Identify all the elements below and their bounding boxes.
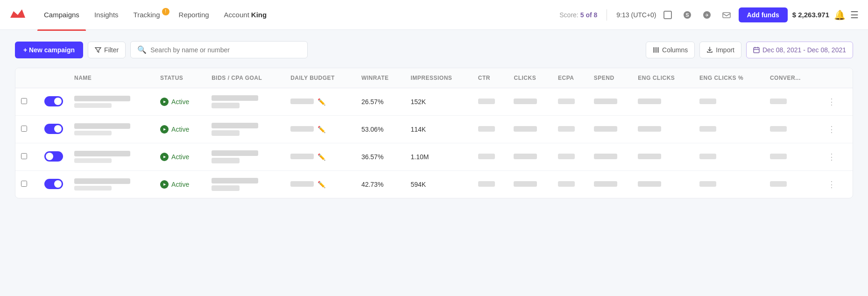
row-checkbox-cell[interactable] [15,171,39,198]
edit-budget-icon[interactable]: ✏️ [318,153,325,161]
nav-item-account[interactable]: Account King [218,7,274,22]
col-header-name: NAME [69,68,155,88]
row-status-cell: Active [155,143,206,171]
columns-icon [653,47,659,53]
status-label: Active [171,98,189,106]
score-value: 5 of 8 [580,11,598,19]
col-header-eng-clicks-pct: ENG CLICKS % [694,68,764,88]
row-bids-cell [206,116,285,143]
table-header-row: NAME STATUS BIDS / CPA GOAL DAILY BUDGET… [15,68,853,88]
divider-1 [607,9,607,21]
row-impressions-cell: 1.10M [405,143,472,171]
row-toggle[interactable] [44,124,63,134]
edit-budget-icon[interactable]: ✏️ [318,181,325,188]
row-checkbox-cell[interactable] [15,143,39,171]
search-icon: 🔍 [137,45,147,54]
col-header-bids: BIDS / CPA GOAL [206,68,285,88]
account-name: King [251,11,267,19]
col-header-ctr: CTR [473,68,508,88]
row-bids-cell [206,88,285,116]
status-active-icon [160,153,169,161]
time-display: 9:13 (UTC+0) [616,11,656,19]
svg-rect-0 [664,11,671,19]
edit-budget-icon[interactable]: ✏️ [318,126,325,133]
row-bids-cell [206,143,285,171]
add-funds-button[interactable]: Add funds [739,7,788,22]
skype-icon-btn[interactable]: S [680,7,695,22]
columns-button[interactable]: Columns [646,42,695,58]
row-eng-clicks-pct-cell [694,143,764,171]
nav-item-campaigns[interactable]: Campaigns [37,7,86,22]
row-spend-cell [588,116,633,143]
row-more-cell[interactable]: ⋮ [818,88,853,116]
row-name-cell [69,171,155,198]
row-status-cell: Active [155,88,206,116]
import-button[interactable]: Import [699,42,741,58]
row-checkbox[interactable] [21,181,27,187]
col-header-checkbox [15,68,39,88]
toolbar-right: Columns Import Dec 08, 2021 - Dec 08, 20… [646,42,853,58]
row-toggle[interactable] [44,179,63,189]
row-toggle-cell[interactable] [39,88,69,116]
table-row: Active ✏️ 26.57% 152K [15,88,853,116]
nav-item-reporting[interactable]: Reporting [172,7,216,22]
header: Campaigns Insights Tracking ! Reporting … [0,0,868,30]
row-toggle-cell[interactable] [39,116,69,143]
row-checkbox[interactable] [21,153,27,159]
new-campaign-button[interactable]: + New campaign [15,42,83,58]
header-right: S ✈ Add funds $ 2,263.971 🔔 ☰ [660,7,859,22]
logo[interactable] [9,7,34,22]
row-eng-clicks-pct-cell [694,171,764,198]
telegram-icon-btn[interactable]: ✈ [699,7,714,22]
col-header-impressions: IMPRESSIONS [405,68,472,88]
search-input[interactable] [150,46,301,54]
row-checkbox-cell[interactable] [15,116,39,143]
score-info: Score: 5 of 8 [559,11,597,19]
row-more-button[interactable]: ⋮ [824,177,847,191]
nav-item-tracking[interactable]: Tracking ! [127,7,170,22]
nav-item-insights[interactable]: Insights [88,7,125,22]
row-spend-cell [588,88,633,116]
filter-button[interactable]: Filter [88,42,126,58]
row-toggle[interactable] [44,151,63,162]
row-more-cell[interactable]: ⋮ [818,171,853,198]
row-impressions-cell: 114K [405,116,472,143]
table-row: Active ✏️ 42.73% 594K [15,171,853,198]
row-eng-clicks-pct-cell [694,88,764,116]
nav: Campaigns Insights Tracking ! Reporting … [37,7,550,22]
row-impressions-cell: 594K [405,171,472,198]
row-ctr-cell [473,116,508,143]
row-more-cell[interactable]: ⋮ [818,116,853,143]
row-toggle[interactable] [44,96,63,106]
row-conver-cell [764,88,818,116]
status-label: Active [171,126,189,133]
hamburger-menu-icon[interactable]: ☰ [850,9,859,21]
col-header-status: STATUS [155,68,206,88]
status-active-icon [160,180,169,189]
row-more-button[interactable]: ⋮ [824,150,847,164]
row-more-button[interactable]: ⋮ [824,122,847,136]
date-range-button[interactable]: Dec 08, 2021 - Dec 08, 2021 [746,42,853,58]
svg-rect-8 [657,47,659,53]
row-checkbox[interactable] [21,98,27,104]
calendar-icon [753,47,760,53]
row-toggle-cell[interactable] [39,171,69,198]
row-ecpa-cell [552,171,588,198]
edit-budget-icon[interactable]: ✏️ [318,98,325,106]
row-budget-cell: ✏️ [285,143,356,171]
notifications-bell-icon[interactable]: 🔔 [834,9,846,21]
search-box[interactable]: 🔍 [130,41,308,58]
email-icon-btn[interactable] [719,7,734,22]
row-conver-cell [764,143,818,171]
row-more-button[interactable]: ⋮ [824,95,847,109]
row-name-cell [69,116,155,143]
square-icon-btn[interactable] [660,7,675,22]
row-winrate-cell: 42.73% [356,171,405,198]
row-more-cell[interactable]: ⋮ [818,143,853,171]
row-budget-cell: ✏️ [285,171,356,198]
table-row: Active ✏️ 36.57% 1.10M [15,143,853,171]
row-checkbox[interactable] [21,126,27,132]
row-checkbox-cell[interactable] [15,88,39,116]
row-toggle-cell[interactable] [39,143,69,171]
row-ecpa-cell [552,116,588,143]
